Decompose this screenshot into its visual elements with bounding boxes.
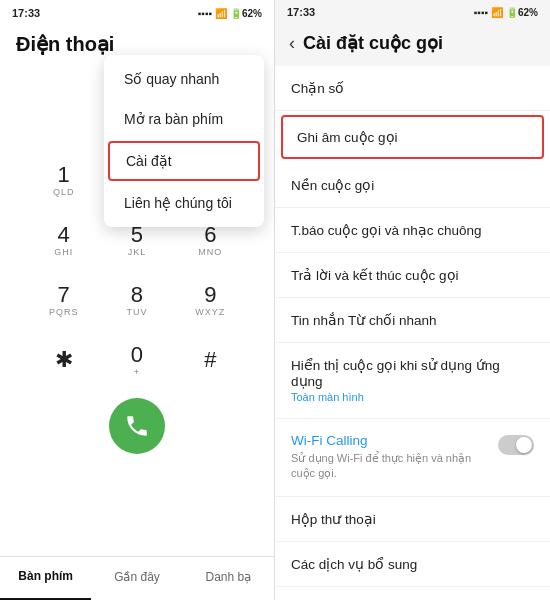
settings-item-block-numbers[interactable]: Chặn số	[275, 66, 550, 111]
dropdown-menu: Số quay nhanh Mở ra bàn phím Cài đặt Liê…	[104, 55, 264, 227]
menu-item-settings[interactable]: Cài đặt	[108, 141, 260, 181]
settings-item-call-alerts[interactable]: T.báo cuộc gọi và nhạc chuông	[275, 208, 550, 253]
wifi-icon: 📶	[215, 8, 227, 19]
left-panel: 17:33 ▪▪▪▪ 📶 🔋62% Điện thoại Số quay nha…	[0, 0, 275, 600]
settings-item-additional-services[interactable]: Các dịch vụ bổ sung	[275, 542, 550, 587]
dial-key-0[interactable]: 0+	[100, 330, 173, 390]
dial-key-8[interactable]: 8TUV	[100, 270, 173, 330]
nav-tab-recent[interactable]: Gần đây	[91, 557, 182, 600]
left-time: 17:33	[12, 7, 40, 19]
call-button-row	[109, 398, 165, 454]
right-page-title: Cài đặt cuộc gọi	[303, 32, 443, 54]
settings-item-other-call-settings[interactable]: Cài đặt cuộc gọi khác	[275, 587, 550, 600]
settings-item-call-background[interactable]: Nền cuộc gọi	[275, 163, 550, 208]
settings-item-wifi-calling[interactable]: Wi-Fi Calling Sử dụng Wi-Fi để thực hiện…	[275, 419, 550, 497]
settings-list: Chặn số Ghi âm cuộc gọi Nền cuộc gọi T.b…	[275, 66, 550, 600]
bottom-nav: Bàn phím Gần đây Danh bạ	[0, 556, 274, 600]
dial-key-star[interactable]: ✱	[27, 330, 100, 390]
settings-item-quick-reject[interactable]: Tin nhắn Từ chối nhanh	[275, 298, 550, 343]
phone-icon	[124, 413, 150, 439]
wifi-calling-label: Wi-Fi Calling	[291, 433, 368, 448]
dial-key-4[interactable]: 4GHI	[27, 210, 100, 270]
menu-item-speed-dial[interactable]: Số quay nhanh	[104, 59, 264, 99]
left-status-icons: ▪▪▪▪ 📶 🔋62%	[198, 8, 262, 19]
wifi-calling-sub: Sử dụng Wi-Fi để thực hiện và nhận cuộc …	[291, 451, 498, 482]
nav-tab-recent-label: Gần đây	[114, 570, 160, 584]
left-status-bar: 17:33 ▪▪▪▪ 📶 🔋62%	[0, 0, 274, 24]
right-battery-icon: 🔋62%	[506, 7, 538, 18]
dial-key-hash[interactable]: #	[174, 330, 247, 390]
signal-icon: ▪▪▪▪	[198, 8, 212, 19]
settings-item-show-call[interactable]: Hiển thị cuộc gọi khi sử dụng ứng dụng T…	[275, 343, 550, 419]
settings-item-voicemail[interactable]: Hộp thư thoại	[275, 497, 550, 542]
nav-tab-keyboard[interactable]: Bàn phím	[0, 557, 91, 600]
right-header: ‹ Cài đặt cuộc gọi	[275, 22, 550, 62]
battery-icon: 🔋62%	[230, 8, 262, 19]
right-status-bar: 17:33 ▪▪▪▪ 📶 🔋62%	[275, 0, 550, 22]
dial-key-1[interactable]: 1QLD	[27, 150, 100, 210]
wifi-calling-toggle[interactable]	[498, 435, 534, 455]
dial-key-7[interactable]: 7PQRS	[27, 270, 100, 330]
settings-item-answer-end[interactable]: Trả lời và kết thúc cuộc gọi	[275, 253, 550, 298]
back-button[interactable]: ‹	[289, 33, 295, 54]
right-panel: 17:33 ▪▪▪▪ 📶 🔋62% ‹ Cài đặt cuộc gọi Chặ…	[275, 0, 550, 600]
right-signal-icon: ▪▪▪▪	[474, 7, 488, 18]
right-wifi-icon: 📶	[491, 7, 503, 18]
menu-item-contact-us[interactable]: Liên hệ chúng tôi	[104, 183, 264, 223]
right-time: 17:33	[287, 6, 315, 18]
show-call-sub[interactable]: Toàn màn hình	[291, 391, 364, 403]
call-button[interactable]	[109, 398, 165, 454]
dial-key-9[interactable]: 9WXYZ	[174, 270, 247, 330]
settings-item-call-recording[interactable]: Ghi âm cuộc gọi	[281, 115, 544, 159]
nav-tab-contacts[interactable]: Danh bạ	[183, 557, 274, 600]
nav-tab-contacts-label: Danh bạ	[205, 570, 251, 584]
wifi-calling-text: Wi-Fi Calling Sử dụng Wi-Fi để thực hiện…	[291, 433, 498, 482]
menu-item-open-keyboard[interactable]: Mở ra bàn phím	[104, 99, 264, 139]
nav-tab-keyboard-label: Bàn phím	[18, 569, 73, 583]
right-status-icons: ▪▪▪▪ 📶 🔋62%	[474, 7, 538, 18]
